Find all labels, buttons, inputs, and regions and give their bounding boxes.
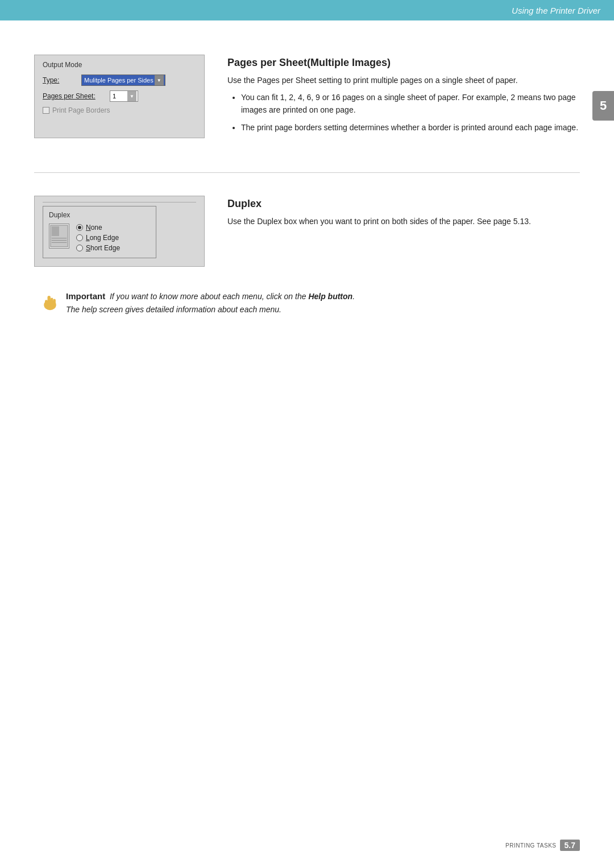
type-label: Type: bbox=[43, 76, 77, 84]
pages-heading: Pages per Sheet(Multiple Images) bbox=[227, 57, 580, 69]
duplex-text-block: Duplex Use the Duplex box when you want … bbox=[227, 196, 580, 267]
duplex-radios: None Long Edge Short Edge bbox=[76, 224, 120, 252]
pages-bullets: You can fit 1, 2, 4, 6, 9 or 16 pages on… bbox=[227, 91, 580, 134]
svg-rect-7 bbox=[51, 298, 53, 306]
section-duplex: Duplex bbox=[34, 196, 580, 267]
print-page-borders-label: Print Page Borders bbox=[52, 106, 110, 114]
duplex-box: Duplex bbox=[34, 196, 205, 267]
duplex-legend: Duplex bbox=[49, 211, 150, 219]
type-select-value: Mulitple Pages per Sides bbox=[83, 77, 154, 84]
pages-per-sheet-row: Pages per Sheet: 1 ▼ bbox=[43, 90, 196, 102]
print-page-borders-checkbox[interactable] bbox=[43, 107, 49, 114]
section-divider bbox=[34, 172, 580, 173]
footer: Printing Tasks 5.7 bbox=[505, 840, 580, 851]
pages-per-sheet-arrow[interactable]: ▼ bbox=[127, 91, 136, 101]
radio-none-outer[interactable] bbox=[76, 224, 83, 231]
pages-description: Use the Pages per Sheet setting to print… bbox=[227, 75, 580, 86]
pages-bullet-1: You can fit 1, 2, 4, 6, 9 or 16 pages on… bbox=[241, 91, 580, 117]
radio-long-edge-label: Long Edge bbox=[86, 234, 119, 242]
duplex-heading: Duplex bbox=[227, 198, 580, 210]
svg-rect-1 bbox=[52, 226, 59, 236]
duplex-top-line bbox=[43, 202, 196, 202]
output-mode-box: Output Mode Type: Mulitple Pages per Sid… bbox=[34, 55, 205, 138]
type-row: Type: Mulitple Pages per Sides ▼ bbox=[43, 75, 196, 86]
pages-bullet-2: The print page borders setting determine… bbox=[241, 121, 580, 134]
radio-long-edge-row[interactable]: Long Edge bbox=[76, 234, 120, 242]
pages-per-sheet-label: Pages per Sheet: bbox=[43, 92, 105, 100]
radio-none-inner bbox=[78, 226, 81, 229]
footer-text: Printing Tasks bbox=[505, 842, 556, 849]
content-area: Output Mode Type: Mulitple Pages per Sid… bbox=[0, 20, 614, 868]
important-body: If you want to know more about each menu… bbox=[66, 292, 355, 314]
header-bar: Using the Printer Driver bbox=[0, 0, 614, 20]
duplex-description: Use the Duplex box when you want to prin… bbox=[227, 216, 580, 228]
svg-rect-6 bbox=[48, 296, 51, 306]
pages-per-sheet-select[interactable]: 1 ▼ bbox=[110, 90, 138, 102]
svg-rect-8 bbox=[53, 299, 56, 307]
radio-long-edge-outer[interactable] bbox=[76, 234, 83, 241]
type-select[interactable]: Mulitple Pages per Sides ▼ bbox=[81, 75, 165, 86]
duplex-content: None Long Edge Short Edge bbox=[49, 224, 150, 252]
radio-short-edge-row[interactable]: Short Edge bbox=[76, 244, 120, 252]
important-icon bbox=[40, 291, 60, 311]
type-select-arrow[interactable]: ▼ bbox=[155, 75, 164, 85]
section-pages: Output Mode Type: Mulitple Pages per Sid… bbox=[34, 55, 580, 138]
radio-short-edge-label: Short Edge bbox=[86, 244, 120, 252]
important-label: Important bbox=[66, 291, 105, 301]
footer-page: 5.7 bbox=[560, 840, 580, 851]
radio-none-label: None bbox=[86, 224, 102, 232]
duplex-inner-box: Duplex bbox=[43, 206, 156, 258]
important-text-block: Important If you want to know more about… bbox=[66, 290, 355, 316]
output-mode-title: Output Mode bbox=[43, 61, 196, 69]
svg-rect-9 bbox=[45, 300, 48, 306]
radio-short-edge-outer[interactable] bbox=[76, 245, 83, 251]
pages-text-block: Pages per Sheet(Multiple Images) Use the… bbox=[227, 55, 580, 138]
duplex-paper-icon bbox=[49, 224, 69, 249]
important-note: Important If you want to know more about… bbox=[34, 290, 580, 316]
radio-none-row[interactable]: None bbox=[76, 224, 120, 232]
pages-per-sheet-value: 1 bbox=[111, 93, 116, 100]
print-page-borders-row: Print Page Borders bbox=[43, 106, 196, 114]
header-title: Using the Printer Driver bbox=[512, 6, 600, 15]
